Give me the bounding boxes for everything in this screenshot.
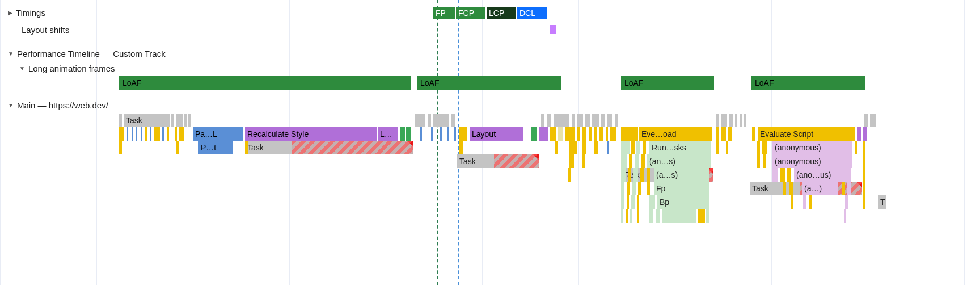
flame-bar[interactable] — [636, 141, 640, 154]
flame-bar[interactable] — [637, 195, 639, 209]
flame-bar[interactable] — [176, 141, 179, 154]
flame-bar[interactable] — [845, 195, 848, 209]
performance-flamechart[interactable]: Timings FPFCPLCPDCL Layout shifts Perfor… — [0, 0, 980, 285]
flame-bar[interactable] — [550, 127, 556, 141]
layout-shift-bar[interactable] — [550, 25, 556, 34]
loaf-bar[interactable]: LoAF — [417, 76, 561, 90]
flame-bar[interactable] — [635, 154, 639, 168]
flame-bar[interactable] — [728, 127, 732, 141]
flame-bar[interactable]: (an…s) — [647, 154, 711, 168]
flame-bar[interactable] — [594, 141, 598, 154]
flame-bar[interactable] — [621, 141, 630, 154]
flame-bar[interactable] — [141, 127, 142, 141]
flame-bar[interactable] — [615, 114, 618, 127]
flame-bar[interactable] — [569, 141, 577, 154]
flame-bar[interactable] — [716, 114, 719, 127]
flame-bar[interactable] — [647, 168, 650, 182]
flame-bar[interactable] — [706, 209, 709, 223]
collapse-icon[interactable] — [8, 45, 14, 62]
flame-bar[interactable] — [757, 154, 760, 168]
flame-bar[interactable] — [662, 209, 696, 223]
flame-bar[interactable] — [621, 168, 626, 182]
flame-bar[interactable] — [647, 182, 650, 195]
flame-bar[interactable] — [716, 141, 719, 154]
flame-bar[interactable] — [162, 127, 164, 141]
flame-bar[interactable] — [594, 127, 597, 141]
flame-bar[interactable] — [863, 195, 865, 209]
flame-bar[interactable] — [787, 168, 791, 182]
flame-bar[interactable] — [406, 127, 411, 141]
flame-bar[interactable] — [631, 141, 635, 154]
flame-bar[interactable] — [245, 141, 248, 154]
flame-bar[interactable]: (anonymous) — [772, 154, 852, 168]
flame-bar[interactable] — [119, 141, 122, 154]
flame-row[interactable]: Fp(a…) — [0, 182, 980, 195]
flame-bar[interactable] — [599, 127, 603, 141]
flame-bar[interactable]: Run…sks — [649, 141, 711, 154]
flame-bar[interactable] — [621, 209, 623, 223]
flame-bar[interactable] — [791, 195, 793, 209]
flame-bar[interactable] — [752, 127, 755, 141]
layout-shifts-track[interactable]: Layout shifts — [0, 22, 980, 39]
flame-bar[interactable] — [626, 209, 628, 223]
flame-bar[interactable] — [809, 195, 812, 209]
flame-bar[interactable]: Fp — [654, 182, 709, 195]
flame-row[interactable]: P…tRun…sks(anonymous) — [0, 141, 980, 154]
flame-bar[interactable] — [531, 127, 537, 141]
flame-bar[interactable] — [447, 127, 449, 141]
flame-row[interactable]: Pa…LRecalculate StyleL…LayoutEve…oadEval… — [0, 127, 980, 141]
flame-bar[interactable] — [606, 127, 608, 141]
flame-bar[interactable] — [803, 195, 806, 209]
flame-bar[interactable] — [628, 168, 631, 182]
flame-bar[interactable] — [176, 114, 183, 127]
flame-bar[interactable]: Layout — [470, 127, 523, 141]
flame-bar[interactable] — [863, 141, 865, 154]
flame-bar[interactable] — [585, 114, 590, 127]
flame-bar[interactable] — [637, 209, 639, 223]
flame-bar[interactable] — [431, 127, 433, 141]
flame-bar[interactable] — [627, 182, 630, 195]
flame-bar[interactable] — [863, 127, 867, 141]
flame-bar[interactable] — [721, 114, 727, 127]
timings-track-header[interactable]: Timings FPFCPLCPDCL — [0, 5, 980, 22]
flame-bar[interactable] — [649, 209, 653, 223]
flame-bar[interactable] — [763, 154, 766, 168]
main-track-header[interactable]: Main — https://web.dev/ — [0, 98, 980, 114]
flame-bar[interactable] — [632, 182, 636, 195]
flame-bar[interactable] — [589, 127, 592, 141]
flame-bar[interactable] — [621, 182, 624, 195]
loaf-bar[interactable]: LoAF — [751, 76, 865, 90]
flame-bar[interactable] — [415, 114, 425, 127]
flame-bar[interactable] — [592, 114, 599, 127]
flame-bar[interactable] — [726, 141, 728, 154]
flame-bar[interactable] — [740, 114, 742, 127]
flame-bar[interactable] — [119, 114, 122, 127]
perf-timeline-header[interactable]: Performance Timeline — Custom Track — [0, 47, 980, 61]
flame-bar[interactable] — [858, 127, 861, 141]
flame-bar[interactable] — [541, 114, 544, 127]
flame-bar[interactable] — [582, 154, 585, 168]
flame-bar[interactable] — [656, 209, 660, 223]
flame-bar[interactable]: Bp — [657, 195, 709, 209]
flame-bar[interactable] — [577, 127, 580, 141]
flame-bar[interactable] — [649, 195, 655, 209]
flame-bar[interactable]: Pa…L — [193, 127, 243, 141]
flame-bar[interactable]: (a…s) — [654, 168, 709, 182]
timing-marker-dcl[interactable]: DCL — [517, 7, 547, 19]
flame-row[interactable] — [0, 209, 980, 223]
flame-row[interactable]: TaskTaskTaskTaskTaskTaskT — [0, 114, 980, 127]
timing-marker-lcp[interactable]: LCP — [487, 7, 516, 19]
flame-bar[interactable] — [554, 114, 569, 127]
flame-bar[interactable] — [863, 182, 865, 195]
flame-bar[interactable] — [629, 154, 632, 168]
flame-bar[interactable] — [643, 141, 646, 154]
collapse-icon[interactable] — [8, 97, 14, 114]
flame-bar[interactable] — [698, 209, 705, 223]
flame-bar[interactable]: Task — [124, 114, 170, 127]
flame-bar[interactable] — [428, 114, 431, 127]
flame-bar[interactable] — [154, 127, 160, 141]
flame-bar[interactable] — [459, 141, 463, 154]
flame-bar[interactable] — [757, 141, 760, 154]
flame-bar[interactable] — [789, 182, 793, 195]
flame-bar[interactable] — [179, 127, 184, 141]
